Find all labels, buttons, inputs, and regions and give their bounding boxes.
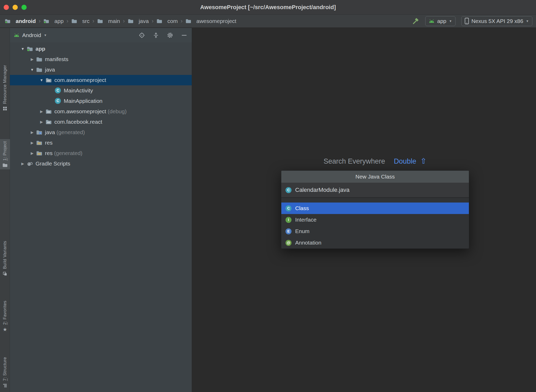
stripe-project[interactable]: 1: Project: [0, 139, 10, 169]
expand-arrow-icon[interactable]: ▼: [19, 47, 27, 51]
breadcrumb-separator: ›: [180, 18, 182, 25]
popup-item-interface[interactable]: I Interface: [281, 214, 469, 225]
tree-item-com-awesomeproject-debug[interactable]: ▶ com.awesomeproject (debug): [10, 106, 192, 117]
device-phone-icon: [465, 18, 469, 24]
folder-icon: [185, 19, 192, 23]
res-folder-icon: [36, 151, 42, 156]
project-view-select[interactable]: Android ▼: [14, 32, 47, 38]
popup-filename: CalendarModule.java: [295, 187, 349, 193]
project-tool-window: Android ▼ ▼ app ▶: [10, 28, 192, 392]
collapse-arrow-icon[interactable]: ▶: [38, 109, 45, 114]
locate-file-icon[interactable]: [138, 32, 145, 39]
project-panel-header: Android ▼: [10, 28, 192, 42]
popup-filename-row[interactable]: C CalendarModule.java: [281, 183, 469, 198]
breadcrumb-src[interactable]: src: [71, 18, 90, 24]
shift-key-icon: ⇧: [420, 157, 427, 165]
tree-item-com-facebook-react[interactable]: ▶ com.facebook.react: [10, 117, 192, 127]
breadcrumb: android › app › src › main ›: [5, 18, 236, 25]
collapse-arrow-icon[interactable]: ▶: [28, 130, 36, 134]
tree-item-mainapplication[interactable]: C MainApplication: [10, 96, 192, 106]
collapse-all-icon[interactable]: [153, 32, 159, 39]
tree-item-mainactivity[interactable]: C MainActivity: [10, 85, 192, 96]
folder-icon: [156, 19, 163, 23]
breadcrumb-awesomeproject[interactable]: awesomeproject: [185, 18, 236, 24]
stripe-structure[interactable]: 7: Structure: [0, 355, 10, 390]
collapse-arrow-icon[interactable]: ▶: [19, 162, 27, 166]
device-select[interactable]: Nexus 5X API 29 x86 ▼: [461, 16, 532, 26]
double-label: Double: [394, 157, 416, 165]
enum-icon: E: [286, 228, 292, 234]
favorites-star-icon: ★: [3, 327, 7, 332]
tree-item-res-generated[interactable]: ▶ res (generated): [10, 148, 192, 158]
generated-folder-icon: [36, 130, 42, 135]
stripe-resource-manager[interactable]: Resource Manager: [0, 63, 10, 113]
popup-item-annotation[interactable]: @ Annotation: [281, 237, 469, 248]
collapse-arrow-icon[interactable]: ▶: [38, 120, 45, 124]
window-controls: [4, 0, 27, 14]
module-folder-icon: [27, 46, 33, 51]
breadcrumb-separator: ›: [123, 18, 125, 25]
gradle-icon: [27, 161, 33, 166]
stripe-build-variants[interactable]: Build Variants: [0, 239, 10, 278]
breadcrumb-main[interactable]: main: [97, 18, 120, 24]
folder-icon: [71, 19, 78, 23]
breadcrumb-java[interactable]: java: [128, 18, 149, 24]
class-icon: C: [55, 98, 61, 104]
breadcrumb-app[interactable]: app: [43, 18, 63, 24]
gear-icon[interactable]: [167, 32, 173, 39]
popup-title: New Java Class: [281, 171, 469, 183]
class-icon: C: [286, 205, 292, 211]
tree-item-res[interactable]: ▶ res: [10, 138, 192, 148]
build-variants-icon: [3, 271, 7, 276]
breadcrumb-separator: ›: [152, 18, 153, 25]
close-button[interactable]: [4, 5, 9, 10]
collapse-arrow-icon[interactable]: ▶: [28, 57, 36, 61]
search-everywhere-label: Search Everywhere: [324, 157, 385, 165]
collapse-arrow-icon[interactable]: ▶: [28, 151, 36, 155]
stripe-favorites[interactable]: 2: Favorites ★: [0, 299, 10, 334]
folder-icon: [36, 57, 42, 62]
toolbar: app ▼ Nexus 5X API 29 x86 ▼: [412, 16, 532, 26]
minimize-button[interactable]: [13, 5, 18, 10]
build-hammer-icon[interactable]: [412, 17, 420, 25]
tree-item-java-generated[interactable]: ▶ java (generated): [10, 127, 192, 138]
tool-window-stripe: Resource Manager 1: Project Build Varian…: [0, 28, 10, 392]
tree-item-app[interactable]: ▼ app: [10, 44, 192, 54]
hide-panel-icon[interactable]: [181, 32, 188, 39]
package-icon: [45, 78, 52, 83]
popup-item-class[interactable]: C Class: [281, 203, 469, 214]
search-everywhere-hint: Search Everywhere Double ⇧: [281, 157, 469, 166]
resource-manager-icon: [3, 106, 7, 111]
package-icon: [45, 120, 52, 124]
zoom-button[interactable]: [21, 5, 27, 10]
android-head-icon: [429, 19, 435, 23]
breadcrumb-android[interactable]: android: [5, 18, 36, 24]
run-configuration-select[interactable]: app ▼: [425, 16, 456, 26]
window-title: AwesomeProject [~/src/AwesomeProject/and…: [200, 4, 336, 11]
popup-spacer: [281, 198, 469, 203]
class-icon: C: [55, 88, 61, 93]
breadcrumb-separator: ›: [39, 18, 40, 25]
collapse-arrow-icon[interactable]: ▶: [28, 141, 36, 145]
expand-arrow-icon[interactable]: ▼: [28, 68, 36, 72]
breadcrumb-com[interactable]: com: [156, 18, 178, 24]
module-folder-icon: [43, 19, 50, 23]
folder-icon: [128, 19, 134, 23]
project-folder-icon: [2, 163, 8, 167]
breadcrumb-separator: ›: [66, 18, 68, 25]
folder-icon: [97, 19, 103, 23]
expand-arrow-icon[interactable]: ▼: [38, 78, 45, 82]
tree-item-com-awesomeproject[interactable]: ▼ com.awesomeproject: [10, 75, 192, 85]
tree-item-java[interactable]: ▼ java: [10, 64, 192, 75]
tree-item-manifests[interactable]: ▶ manifests: [10, 54, 192, 64]
navigation-bar: android › app › src › main ›: [0, 15, 536, 28]
res-folder-icon: [36, 140, 42, 145]
popup-item-enum[interactable]: E Enum: [281, 225, 469, 237]
tree-item-gradle-scripts[interactable]: ▶ Gradle Scripts: [10, 158, 192, 169]
annotation-icon: @: [286, 240, 292, 246]
structure-icon: [3, 383, 7, 388]
android-head-icon: [14, 33, 20, 37]
project-tree: ▼ app ▶ manifests ▼ java ▼ com.aw: [10, 42, 192, 169]
breadcrumb-separator: ›: [92, 18, 94, 25]
title-bar: AwesomeProject [~/src/AwesomeProject/and…: [0, 0, 536, 15]
